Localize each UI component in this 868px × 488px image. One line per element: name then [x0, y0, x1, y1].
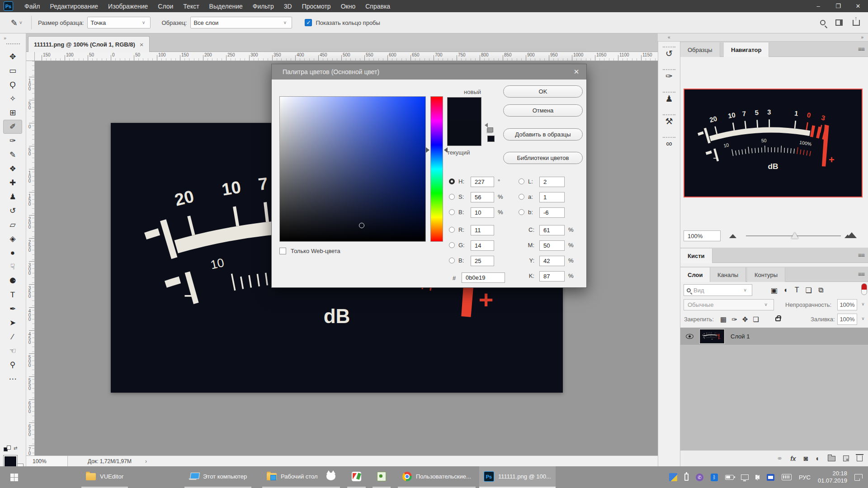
mixer-brush-tool[interactable]: ❖	[3, 162, 22, 176]
color-libraries-button[interactable]: Библиотеки цветов	[503, 152, 583, 164]
color-component-radio-S[interactable]	[449, 194, 455, 200]
layer-group-icon[interactable]	[828, 456, 835, 461]
taskbar-this-pc[interactable]: Этот компьютер	[184, 466, 251, 488]
notifications-icon[interactable]	[854, 474, 863, 481]
tool-presets-panel-icon[interactable]: ⚒	[658, 113, 680, 134]
status-chevron-icon[interactable]: ›	[145, 458, 147, 465]
filter-adjustment-layers-icon[interactable]: ◐	[784, 286, 788, 295]
clone-source-panel-icon[interactable]: ♟	[658, 90, 680, 111]
tab-channels[interactable]: Каналы	[710, 267, 746, 282]
healing-brush-tool[interactable]: ✚	[3, 176, 22, 190]
keyboard-icon[interactable]	[782, 474, 792, 480]
filter-type-layers-icon[interactable]: T	[795, 286, 799, 295]
taskbar-vueditor[interactable]: VUEditor	[81, 466, 128, 488]
pen-tool[interactable]: ✒	[3, 302, 22, 316]
color-component-radio-G[interactable]	[449, 242, 455, 248]
panel-menu-icon[interactable]: ≡≡	[858, 46, 864, 53]
usb-icon[interactable]	[684, 474, 689, 481]
search-icon[interactable]	[820, 20, 826, 25]
hue-slider-handle-left[interactable]	[426, 147, 429, 153]
lock-transparency-icon[interactable]: ▦	[720, 315, 726, 324]
color-component-field[interactable]: 87	[539, 271, 565, 282]
taskbar-paint[interactable]	[347, 466, 366, 488]
menu-Текст[interactable]: Текст	[178, 0, 204, 12]
dialog-close-icon[interactable]: ✕	[566, 64, 586, 80]
menu-Справка[interactable]: Справка	[360, 0, 395, 12]
filter-smart-objects-icon[interactable]: ⧉	[818, 286, 823, 295]
color-component-field[interactable]: 1	[539, 192, 565, 202]
gradient-tool[interactable]: ◈	[3, 232, 22, 246]
zoom-tool[interactable]: ⚲	[3, 358, 22, 372]
chevron-down-icon[interactable]: ˅	[862, 302, 864, 307]
color-field-marker[interactable]	[359, 223, 364, 228]
hue-slider[interactable]	[430, 96, 443, 242]
current-color-swatch[interactable]	[447, 122, 481, 146]
crop-tool[interactable]: ⊞	[3, 106, 22, 120]
collapse-strip-icon[interactable]: «	[668, 35, 670, 40]
web-colors-only-checkbox[interactable]	[279, 248, 286, 254]
layer-thumbnail[interactable]: 20107531031050100%dB−+	[700, 329, 724, 343]
show-sampling-ring-checkbox[interactable]: ✓	[305, 19, 312, 26]
ok-button[interactable]: OK	[503, 85, 583, 98]
cancel-button[interactable]: Отмена	[503, 104, 583, 117]
web-safe-color-swatch[interactable]	[487, 136, 495, 142]
taskbar-notepad[interactable]	[373, 466, 391, 488]
clock[interactable]: 20:18 01.07.2019	[818, 470, 847, 484]
battery-icon[interactable]	[725, 475, 734, 480]
bluetooth-icon[interactable]: ᛒ	[711, 474, 718, 481]
volume-icon[interactable]	[756, 475, 760, 479]
network-icon[interactable]	[741, 474, 749, 480]
blend-mode-select[interactable]: Обычные ˅	[684, 299, 774, 310]
viber-icon[interactable]: ✆	[696, 474, 703, 481]
menu-Фильтр[interactable]: Фильтр	[248, 0, 279, 12]
color-component-field[interactable]: 50	[539, 240, 565, 251]
color-component-radio-L[interactable]	[519, 178, 524, 184]
lock-artboard-icon[interactable]: ❏	[753, 315, 759, 324]
color-field[interactable]	[279, 96, 426, 242]
hand-tool[interactable]: ☜	[3, 344, 22, 358]
menu-Просмотр[interactable]: Просмотр	[297, 0, 336, 12]
minimize-button[interactable]: –	[808, 0, 828, 12]
color-component-radio-a[interactable]	[519, 194, 524, 200]
color-component-field[interactable]: 227	[471, 177, 494, 187]
layer-visibility-icon[interactable]	[686, 334, 693, 339]
document-tab[interactable]: 111111.png @ 100% (Слой 1, RGB/8) ×	[28, 36, 150, 52]
ruler-origin[interactable]	[26, 52, 35, 61]
layer-name[interactable]: Слой 1	[731, 333, 750, 340]
menu-3D[interactable]: 3D	[279, 0, 297, 12]
lasso-tool[interactable]: Ϙ	[3, 78, 22, 92]
menu-Редактирование[interactable]: Редактирование	[45, 0, 103, 12]
type-tool[interactable]: T	[3, 288, 22, 302]
new-layer-icon[interactable]	[843, 455, 849, 461]
color-component-field[interactable]: 42	[539, 256, 565, 266]
expand-toolbar-icon[interactable]: »	[4, 35, 6, 41]
layer-mask-icon[interactable]: ◙	[804, 455, 808, 463]
layer-search-field[interactable]: Вид ˅	[684, 284, 752, 296]
share-icon[interactable]	[853, 20, 860, 26]
lock-all-icon[interactable]	[775, 317, 781, 321]
color-component-field[interactable]: 25	[471, 256, 494, 266]
menu-Выделение[interactable]: Выделение	[204, 0, 248, 12]
menu-Слои[interactable]: Слои	[153, 0, 178, 12]
zoom-out-icon[interactable]	[729, 234, 736, 238]
brush-settings-panel-icon[interactable]: ✑	[658, 68, 680, 89]
history-panel-icon[interactable]: ↺	[658, 45, 680, 66]
layer-row-selected[interactable]: 20107531031050100%dB−+ Слой 1	[680, 328, 868, 345]
tab-paths[interactable]: Контуры	[747, 267, 785, 282]
tab-layers[interactable]: Слои	[680, 267, 710, 282]
start-button[interactable]	[0, 466, 28, 488]
sample-select[interactable]: Все слои ˅	[190, 17, 292, 28]
menu-Окно[interactable]: Окно	[336, 0, 361, 12]
current-tool-chip[interactable]: ✐ ˅	[10, 18, 25, 28]
adjustment-layer-icon[interactable]: ◐	[816, 455, 820, 463]
color-component-field[interactable]: -6	[539, 207, 565, 218]
delete-layer-icon[interactable]	[857, 455, 863, 461]
color-component-radio-b[interactable]	[519, 209, 524, 215]
close-button[interactable]: ✕	[848, 0, 868, 12]
dialog-title[interactable]: Палитра цветов (Основной цвет)	[272, 64, 586, 80]
smudge-tool[interactable]: ☟	[3, 260, 22, 274]
chevron-down-icon[interactable]: ˅	[862, 316, 864, 321]
eyedropper-tool[interactable]: ✐	[3, 120, 22, 134]
filter-shape-layers-icon[interactable]: ❏	[806, 286, 812, 295]
status-zoom-field[interactable]: 100%	[26, 456, 68, 466]
